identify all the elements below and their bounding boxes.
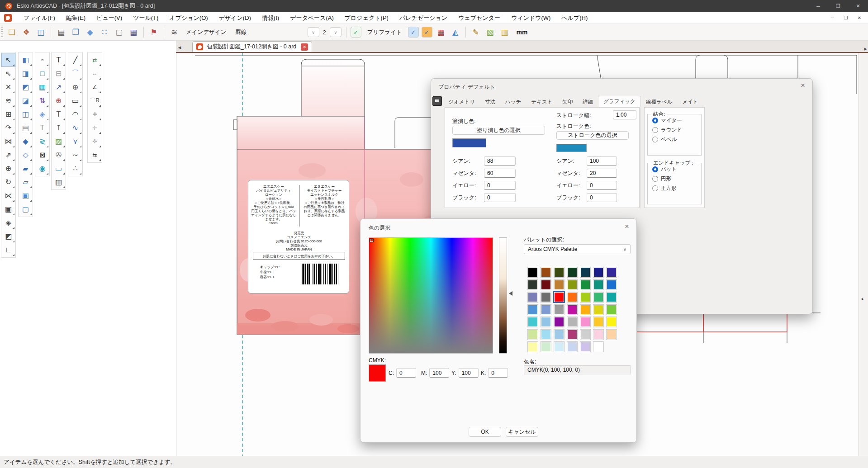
palette-swatch[interactable] [555, 293, 564, 302]
tool-button[interactable]: ◆ [19, 135, 32, 148]
color-gradient-picker[interactable] [369, 237, 493, 354]
palette-swatch[interactable] [594, 293, 603, 302]
palette-swatch[interactable] [555, 317, 564, 326]
tool-button[interactable]: ◈ [36, 108, 49, 121]
brightness-marker-icon[interactable] [509, 291, 512, 296]
palette-swatch[interactable] [568, 268, 577, 277]
tool-button[interactable]: ∴ [69, 162, 82, 175]
dialog-tab[interactable]: 線種ラベル [641, 97, 677, 107]
palette-swatch[interactable] [528, 268, 537, 277]
palette-swatch[interactable] [607, 280, 616, 289]
palette-swatch[interactable] [581, 342, 590, 351]
toolbar-icon[interactable]: ▤ [55, 26, 67, 38]
tool-button[interactable]: ↗ [52, 80, 65, 94]
layers-icon[interactable]: ≋ [168, 26, 180, 38]
palette-swatch[interactable] [568, 330, 577, 339]
tool-button[interactable]: ≋ [2, 94, 15, 107]
join-radio-option[interactable]: ベベル [652, 136, 701, 143]
palette-swatch[interactable] [594, 305, 603, 314]
menu-item[interactable]: 編集(E) [61, 13, 91, 24]
mdi-close-button[interactable]: ✕ [853, 15, 866, 20]
tool-button[interactable]: ◠ [69, 108, 82, 121]
tool-button[interactable]: T [36, 121, 49, 134]
stroke-color-button[interactable]: ストローク色の選択 [556, 131, 629, 140]
cmyk-channel-field[interactable] [587, 156, 617, 165]
tool-button[interactable]: ◪ [19, 94, 32, 107]
dialog-tab[interactable]: ジオメトリ [443, 97, 480, 107]
toolbar-icon[interactable]: ❖ [20, 26, 33, 38]
tool-button[interactable]: ⊞ [2, 108, 15, 121]
palette-swatch[interactable] [528, 305, 537, 314]
tool-button[interactable]: ⋎ [69, 135, 82, 148]
tool-button[interactable]: ▣ [2, 203, 15, 216]
join-radio-option[interactable]: ラウンド [652, 127, 701, 133]
palette-swatch[interactable] [594, 268, 603, 277]
palette-swatch[interactable] [568, 280, 577, 289]
toolbar-icon[interactable]: ◆ [84, 26, 96, 38]
palette-swatch[interactable] [528, 293, 537, 302]
cmyk-channel-field[interactable] [587, 169, 617, 178]
toolbar-icon[interactable]: ▧ [484, 26, 497, 38]
tool-button[interactable]: ⊠ [36, 148, 49, 161]
tool-button[interactable]: ✕ [2, 80, 15, 94]
palette-swatch[interactable] [541, 280, 550, 289]
panel-expand-icon[interactable]: ▸ [862, 296, 864, 301]
tool-button[interactable]: ↻ [2, 175, 15, 189]
tool-button[interactable]: ⇗ [2, 148, 15, 161]
tool-button[interactable]: ▭ [69, 94, 82, 107]
tool-button[interactable]: ▱ [19, 175, 32, 189]
tool-button[interactable]: ≷ [36, 135, 49, 148]
tool-button[interactable]: ⋈ [2, 135, 15, 148]
cmyk-value-field[interactable] [429, 368, 449, 378]
palette-swatch[interactable] [581, 317, 590, 326]
tool-button[interactable]: Τ [52, 108, 65, 121]
endcap-radio-option[interactable]: 円形 [652, 175, 701, 182]
cmyk-value-field[interactable] [396, 368, 416, 378]
toolbar-icon[interactable]: ◫ [34, 26, 47, 38]
palette-swatch[interactable] [581, 305, 590, 314]
fill-color-button[interactable]: 塗り潰し色の選択 [452, 126, 545, 135]
tool-button[interactable]: ⊕ [2, 162, 15, 175]
palette-swatch[interactable] [541, 268, 550, 277]
palette-swatch[interactable] [607, 317, 616, 326]
menu-item[interactable]: ウェブセンター [453, 13, 506, 24]
tool-button[interactable]: □ [36, 67, 49, 80]
palette-swatch[interactable] [568, 317, 577, 326]
dialog-tab[interactable]: テキスト [526, 97, 557, 107]
tool-button[interactable]: ∟ [2, 243, 15, 256]
tool-button[interactable]: ◩ [2, 230, 15, 243]
pin-icon[interactable] [432, 96, 442, 106]
cmyk-channel-field[interactable] [484, 193, 516, 202]
endcap-radio-option[interactable]: 正方形 [652, 185, 701, 192]
tool-button[interactable]: ⊕ [69, 80, 82, 94]
toolbar-icon[interactable]: ∷ [98, 26, 111, 38]
tool-button[interactable]: ◧ [19, 53, 32, 66]
tool-button[interactable]: ▦ [36, 80, 49, 94]
cmyk-channel-field[interactable] [484, 181, 516, 190]
menu-item[interactable]: ビュー(V) [91, 13, 128, 24]
dialog-tab[interactable]: グラフィック [598, 96, 641, 107]
tool-button[interactable]: ⊺ [52, 121, 65, 134]
palette-swatch[interactable] [581, 280, 590, 289]
palette-swatch[interactable] [581, 268, 590, 277]
tool-button[interactable]: ∿ [69, 121, 82, 134]
tool-button[interactable]: ◈ [2, 216, 15, 229]
palette-swatch[interactable] [541, 330, 550, 339]
active-layer-label[interactable]: メインデザイン [186, 28, 227, 36]
dialog-close-icon[interactable]: ✕ [797, 82, 809, 91]
palette-swatch[interactable] [594, 317, 603, 326]
zoom-combo-right[interactable]: ∨ [330, 27, 342, 37]
palette-swatch[interactable] [555, 305, 564, 314]
close-button[interactable]: ✕ [848, 0, 868, 12]
tab-scroll-left-icon[interactable]: ◀ [176, 43, 183, 52]
toolbar-icon[interactable]: ▥ [498, 26, 511, 38]
menu-item[interactable]: ウィンドウ(W) [506, 13, 556, 24]
tool-button[interactable]: ↷ [2, 121, 15, 134]
check-orange-icon[interactable]: ✓ [422, 27, 432, 38]
endcap-radio-option[interactable]: バット [652, 166, 701, 173]
palette-select[interactable]: Artios CMYK Palette ∨ [524, 244, 631, 254]
toolbar-icon[interactable]: ▦ [127, 26, 140, 38]
palette-swatch[interactable] [594, 280, 603, 289]
palette-swatch[interactable] [568, 293, 577, 302]
tab-scroll-right-icon[interactable]: ▶ [864, 47, 867, 51]
